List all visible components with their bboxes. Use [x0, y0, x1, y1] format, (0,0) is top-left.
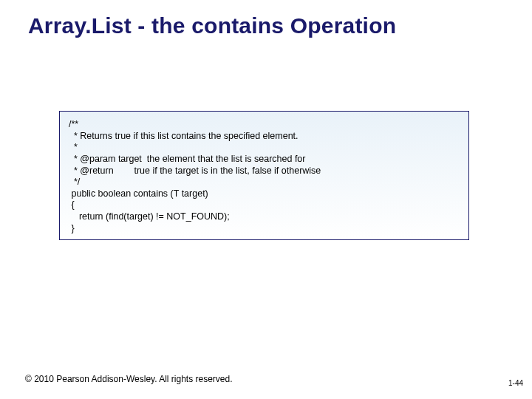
copyright-text: © 2010 Pearson Addison-Wesley. All right… [25, 374, 233, 384]
code-line: } [69, 223, 460, 235]
code-line: public boolean contains (T target) [69, 188, 460, 200]
slide: Array.List - the contains Operation /** … [0, 0, 532, 399]
page-number: 1-44 [508, 379, 523, 387]
code-line: /** [69, 119, 460, 131]
code-line: */ [69, 177, 460, 188]
code-block: /** * Returns true if this list contains… [59, 111, 469, 240]
code-line: * @return true if the target is in the l… [69, 166, 460, 177]
code-line: { [69, 200, 460, 211]
code-line: return (find(target) != NOT_FOUND); [69, 211, 460, 223]
code-line: * Returns true if this list contains the… [69, 131, 460, 143]
code-line: * @param target the element that the lis… [69, 154, 460, 166]
slide-title: Array.List - the contains Operation [28, 13, 510, 38]
code-line: * [69, 142, 460, 154]
